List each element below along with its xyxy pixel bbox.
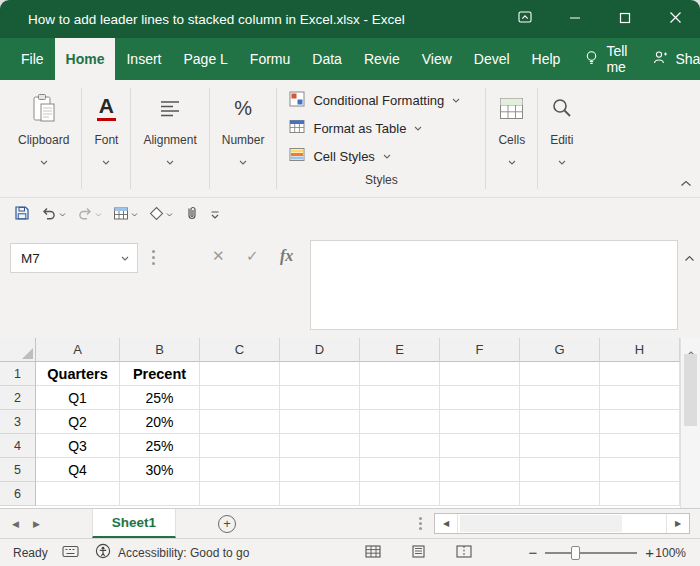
alignment-group[interactable]: Alignment bbox=[131, 80, 208, 197]
cell-D6[interactable] bbox=[280, 482, 360, 506]
cell-F3[interactable] bbox=[440, 410, 520, 434]
tab-insert[interactable]: Insert bbox=[115, 38, 172, 80]
column-header-A[interactable]: A bbox=[36, 338, 120, 362]
select-all-corner[interactable] bbox=[0, 338, 36, 362]
row-header-2[interactable]: 2 bbox=[0, 386, 36, 410]
page-break-preview-icon[interactable] bbox=[456, 545, 472, 561]
zoom-slider[interactable] bbox=[545, 546, 637, 560]
cell-F5[interactable] bbox=[440, 458, 520, 482]
cell-A6[interactable] bbox=[36, 482, 120, 506]
cell-F4[interactable] bbox=[440, 434, 520, 458]
zoom-out-button[interactable]: − bbox=[528, 544, 537, 561]
tab-splitter-handle[interactable] bbox=[419, 522, 422, 525]
enter-button[interactable]: ✓ bbox=[246, 247, 259, 265]
cell-E2[interactable] bbox=[360, 386, 440, 410]
new-sheet-button[interactable]: + bbox=[218, 515, 236, 533]
name-box[interactable]: M7 bbox=[10, 243, 138, 273]
tab-revie[interactable]: Revie bbox=[353, 38, 411, 80]
cell-C1[interactable] bbox=[200, 362, 280, 386]
cell-styles-button[interactable]: Cell Styles bbox=[289, 142, 473, 170]
next-sheet-icon[interactable]: ▶ bbox=[33, 519, 40, 529]
cell-F2[interactable] bbox=[440, 386, 520, 410]
cell-A2[interactable]: Q1 bbox=[36, 386, 120, 410]
macro-record-icon[interactable] bbox=[62, 545, 79, 561]
cell-H5[interactable] bbox=[600, 458, 680, 482]
cell-B2[interactable]: 25% bbox=[120, 386, 200, 410]
close-button[interactable] bbox=[650, 0, 700, 38]
font-group[interactable]: A Font bbox=[82, 80, 130, 197]
cell-D5[interactable] bbox=[280, 458, 360, 482]
cell-B4[interactable]: 25% bbox=[120, 434, 200, 458]
cell-E5[interactable] bbox=[360, 458, 440, 482]
share-button[interactable]: Share bbox=[640, 38, 700, 80]
insert-function-button[interactable]: fx bbox=[280, 247, 293, 265]
cell-E6[interactable] bbox=[360, 482, 440, 506]
cell-D2[interactable] bbox=[280, 386, 360, 410]
undo-button[interactable] bbox=[37, 202, 70, 228]
tell-me-button[interactable]: Tell me bbox=[571, 38, 640, 80]
previous-sheet-icon[interactable]: ◀ bbox=[12, 519, 19, 529]
cell-E1[interactable] bbox=[360, 362, 440, 386]
cell-C4[interactable] bbox=[200, 434, 280, 458]
tab-formu[interactable]: Formu bbox=[239, 38, 301, 80]
cell-H4[interactable] bbox=[600, 434, 680, 458]
cancel-button[interactable]: ✕ bbox=[212, 247, 225, 265]
normal-view-icon[interactable] bbox=[365, 545, 381, 561]
cell-D1[interactable] bbox=[280, 362, 360, 386]
attach-button[interactable] bbox=[180, 202, 203, 228]
horizontal-scrollbar-thumb[interactable] bbox=[460, 515, 622, 532]
collapse-formula-bar-button[interactable] bbox=[684, 248, 695, 266]
cell-B1[interactable]: Precent bbox=[120, 362, 200, 386]
cell-H6[interactable] bbox=[600, 482, 680, 506]
vertical-scrollbar[interactable] bbox=[680, 338, 700, 508]
draw-tool-button[interactable] bbox=[145, 203, 177, 228]
tab-help[interactable]: Help bbox=[521, 38, 572, 80]
cell-G1[interactable] bbox=[520, 362, 600, 386]
cells-group[interactable]: Cells bbox=[486, 80, 537, 197]
tab-devel[interactable]: Devel bbox=[463, 38, 521, 80]
sheet-tab-sheet1[interactable]: Sheet1 bbox=[92, 509, 176, 538]
horizontal-scrollbar[interactable]: ◀ ▶ bbox=[434, 513, 690, 534]
cell-F1[interactable] bbox=[440, 362, 520, 386]
cell-E4[interactable] bbox=[360, 434, 440, 458]
column-header-B[interactable]: B bbox=[120, 338, 200, 362]
column-header-F[interactable]: F bbox=[440, 338, 520, 362]
cell-D4[interactable] bbox=[280, 434, 360, 458]
cell-E3[interactable] bbox=[360, 410, 440, 434]
row-header-1[interactable]: 1 bbox=[0, 362, 36, 386]
column-header-H[interactable]: H bbox=[600, 338, 680, 362]
table-tool-button[interactable] bbox=[109, 203, 142, 228]
maximize-button[interactable] bbox=[600, 0, 650, 38]
tab-page-l[interactable]: Page L bbox=[172, 38, 238, 80]
tab-home[interactable]: Home bbox=[55, 38, 116, 80]
accessibility-status[interactable]: Accessibility: Good to go bbox=[95, 543, 249, 562]
row-header-5[interactable]: 5 bbox=[0, 458, 36, 482]
column-header-G[interactable]: G bbox=[520, 338, 600, 362]
zoom-level[interactable]: 100% bbox=[654, 546, 700, 560]
row-header-3[interactable]: 3 bbox=[0, 410, 36, 434]
column-header-E[interactable]: E bbox=[360, 338, 440, 362]
tab-file[interactable]: File bbox=[10, 38, 55, 80]
redo-button[interactable] bbox=[73, 202, 106, 228]
formula-bar-drag-handle[interactable] bbox=[152, 250, 155, 253]
cell-G3[interactable] bbox=[520, 410, 600, 434]
minimize-button[interactable] bbox=[550, 0, 600, 38]
column-header-C[interactable]: C bbox=[200, 338, 280, 362]
cell-H3[interactable] bbox=[600, 410, 680, 434]
cell-G6[interactable] bbox=[520, 482, 600, 506]
number-group[interactable]: % Number bbox=[210, 80, 277, 197]
page-layout-view-icon[interactable] bbox=[411, 545, 426, 561]
scroll-right-icon[interactable]: ▶ bbox=[667, 514, 689, 533]
vertical-scrollbar-thumb[interactable] bbox=[684, 354, 697, 426]
scroll-left-icon[interactable]: ◀ bbox=[435, 514, 457, 533]
row-header-6[interactable]: 6 bbox=[0, 482, 36, 506]
cell-H1[interactable] bbox=[600, 362, 680, 386]
zoom-in-button[interactable]: + bbox=[645, 544, 654, 561]
cell-B5[interactable]: 30% bbox=[120, 458, 200, 482]
zoom-slider-thumb[interactable] bbox=[571, 546, 580, 560]
cell-F6[interactable] bbox=[440, 482, 520, 506]
cell-H2[interactable] bbox=[600, 386, 680, 410]
save-button[interactable] bbox=[10, 202, 34, 228]
cell-A5[interactable]: Q4 bbox=[36, 458, 120, 482]
clipboard-group[interactable]: Clipboard bbox=[6, 80, 81, 197]
